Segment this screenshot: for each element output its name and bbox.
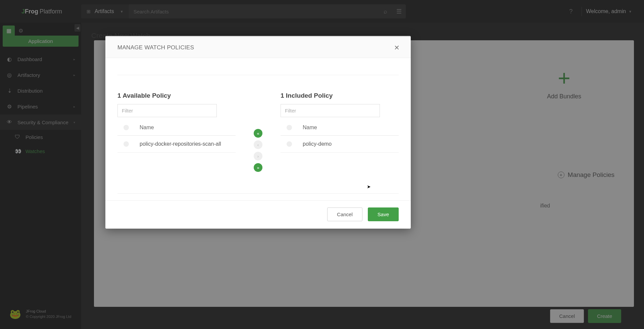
transfer-controls: « ‹ › »: [236, 129, 281, 172]
modal-header: MANAGE WATCH POLICIES ✕: [105, 37, 411, 58]
move-all-right-button[interactable]: »: [254, 163, 262, 172]
modal-footer: Cancel Save: [105, 200, 411, 229]
available-row[interactable]: policy-docker-repositories-scan-all: [117, 136, 236, 153]
row-checkbox[interactable]: [287, 141, 292, 147]
included-panel: 1 Included Policy Name policy-demo: [281, 92, 399, 153]
dual-list: 1 Available Policy Name policy-docker-re…: [117, 92, 399, 172]
included-filter-input[interactable]: [281, 104, 380, 117]
move-left-button[interactable]: ‹: [254, 140, 262, 149]
column-name: Name: [303, 125, 317, 131]
select-all-available[interactable]: [123, 125, 129, 130]
divider: [117, 193, 399, 194]
close-icon[interactable]: ✕: [393, 44, 401, 52]
select-all-included[interactable]: [287, 125, 292, 130]
move-right-button[interactable]: ›: [254, 152, 262, 160]
row-name: policy-docker-repositories-scan-all: [140, 141, 221, 147]
divider: [117, 75, 399, 75]
included-title: 1 Included Policy: [281, 92, 399, 99]
modal-title: MANAGE WATCH POLICIES: [117, 44, 194, 51]
available-title: 1 Available Policy: [117, 92, 236, 99]
available-list-header: Name: [117, 120, 236, 136]
modal-cancel-button[interactable]: Cancel: [327, 207, 362, 221]
included-row[interactable]: policy-demo: [281, 136, 399, 153]
available-panel: 1 Available Policy Name policy-docker-re…: [117, 92, 236, 153]
modal-body: 1 Available Policy Name policy-docker-re…: [105, 58, 411, 200]
row-name: policy-demo: [303, 141, 332, 147]
manage-policies-modal: MANAGE WATCH POLICIES ✕ 1 Available Poli…: [105, 36, 411, 229]
row-checkbox[interactable]: [123, 141, 129, 147]
available-filter-input[interactable]: [117, 104, 217, 117]
included-list-header: Name: [281, 120, 399, 136]
column-name: Name: [140, 125, 154, 131]
move-all-left-button[interactable]: «: [254, 129, 262, 138]
modal-save-button[interactable]: Save: [368, 207, 399, 221]
